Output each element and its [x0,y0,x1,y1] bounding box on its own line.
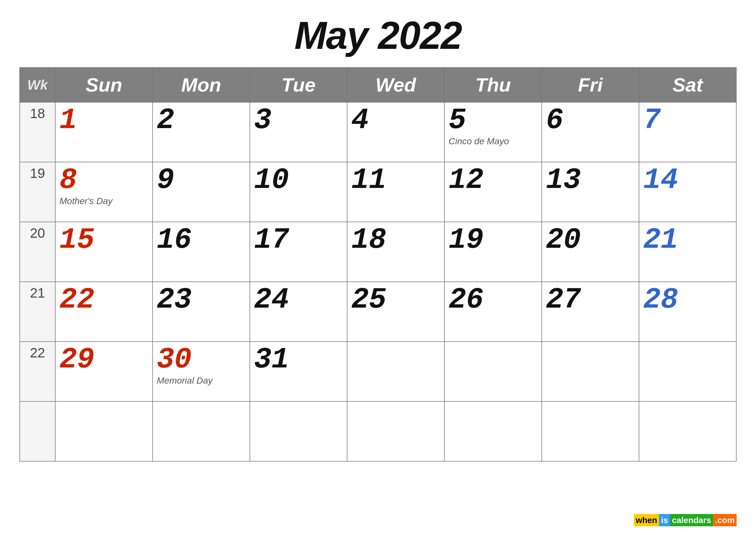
watermark-cal: calendars [670,514,713,526]
day-cell: 10 [250,162,347,222]
day-cell [152,401,250,461]
day-cell: 31 [250,342,347,401]
calendar-wrapper: Wk Sun Mon Tue Wed Thu Fri Sat 1812345Ci… [19,67,737,522]
day-cell: 14 [639,162,736,222]
mon-header: Mon [152,68,250,102]
day-cell [55,401,152,461]
holiday-label: Mother's Day [60,196,148,206]
holiday-label: Cinco de Mayo [448,136,537,147]
day-cell: 1 [55,102,152,162]
week-number: 19 [20,162,55,222]
day-number: 15 [60,225,148,255]
sun-header: Sun [55,68,152,102]
day-cell: 28 [639,282,736,342]
day-number: 29 [60,345,148,374]
day-cell [542,342,639,401]
day-number: 10 [254,166,343,195]
day-number: 9 [157,166,246,195]
day-cell: 7 [639,102,736,162]
day-cell: 8Mother's Day [55,162,152,222]
day-number: 21 [643,225,732,255]
day-number: 30 [157,345,246,374]
day-number: 11 [351,166,440,195]
day-cell: 24 [250,282,347,342]
day-cell: 2 [152,102,250,162]
day-number: 3 [254,106,343,135]
day-cell [250,401,347,461]
day-number: 6 [546,106,635,135]
fri-header: Fri [542,68,639,102]
day-cell: 3 [250,102,347,162]
day-number: 31 [254,345,343,374]
day-cell: 23 [152,282,250,342]
day-cell: 12 [445,162,542,222]
watermark-is: is [659,514,670,526]
day-cell [639,401,736,461]
day-cell: 11 [347,162,445,222]
week-number [20,401,55,461]
day-number: 14 [643,166,732,195]
day-cell [347,342,445,401]
day-number: 24 [254,285,343,314]
day-cell: 19 [445,222,542,282]
calendar-row: 1812345Cinco de Mayo67 [20,102,736,162]
day-cell: 20 [542,222,639,282]
day-number: 27 [546,285,635,314]
calendar-row: 198Mother's Day91011121314 [20,162,736,222]
day-cell: 4 [347,102,445,162]
page-title: May 2022 [294,13,462,58]
day-number: 4 [351,106,440,135]
day-cell: 30Memorial Day [152,342,250,401]
day-cell [347,401,445,461]
day-cell: 18 [347,222,445,282]
day-number: 18 [351,225,440,255]
calendar-row [20,401,736,461]
day-number: 22 [60,285,148,314]
day-cell: 22 [55,282,152,342]
day-cell: 5Cinco de Mayo [445,102,542,162]
day-cell: 27 [542,282,639,342]
week-number: 22 [20,342,55,401]
week-number: 21 [20,282,55,342]
day-number: 12 [448,166,537,195]
day-number: 26 [448,285,537,314]
watermark-when: when [634,514,659,526]
thu-header: Thu [445,68,542,102]
sat-header: Sat [639,68,736,102]
watermark: wheniscalendars.com [634,515,737,525]
day-number: 23 [157,285,246,314]
calendar-row: 2015161718192021 [20,222,736,282]
header-row: Wk Sun Mon Tue Wed Thu Fri Sat [20,68,736,102]
day-cell: 21 [639,222,736,282]
wed-header: Wed [347,68,445,102]
day-cell: 26 [445,282,542,342]
day-number: 25 [351,285,440,314]
day-cell [445,342,542,401]
day-cell: 6 [542,102,639,162]
tue-header: Tue [250,68,347,102]
day-cell [445,401,542,461]
day-number: 2 [157,106,246,135]
day-cell: 13 [542,162,639,222]
week-number: 18 [20,102,55,162]
day-cell: 17 [250,222,347,282]
day-cell [542,401,639,461]
day-number: 16 [157,225,246,255]
calendar-table: Wk Sun Mon Tue Wed Thu Fri Sat 1812345Ci… [19,67,737,462]
day-number: 1 [60,106,148,135]
holiday-label: Memorial Day [157,376,246,386]
day-number: 28 [643,285,732,314]
watermark-com: .com [713,514,737,526]
calendar-row: 2122232425262728 [20,282,736,342]
day-number: 20 [546,225,635,255]
week-number: 20 [20,222,55,282]
day-cell: 29 [55,342,152,401]
day-cell: 15 [55,222,152,282]
day-cell: 16 [152,222,250,282]
day-number: 17 [254,225,343,255]
day-number: 13 [546,166,635,195]
day-cell: 9 [152,162,250,222]
day-cell [639,342,736,401]
day-number: 7 [643,106,732,135]
day-number: 5 [448,106,537,135]
